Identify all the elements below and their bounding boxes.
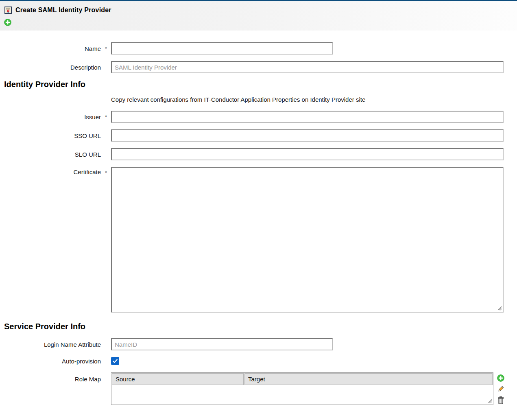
role-map-column-source[interactable]: Source — [112, 373, 244, 385]
certificate-required-mark: * — [101, 167, 111, 176]
sp-section-title: Service Provider Info — [4, 322, 517, 331]
role-map-body[interactable] — [111, 385, 493, 404]
auto-provision-row: Auto-provision — [0, 357, 517, 365]
edit-pencil-icon — [497, 388, 504, 394]
role-map-edit-button[interactable] — [497, 385, 504, 393]
description-row: Description — [0, 61, 517, 73]
role-map-header: Source Target — [111, 373, 493, 385]
slo-url-input[interactable] — [111, 148, 504, 160]
page-title: Create SAML Identity Provider — [15, 7, 111, 14]
issuer-label: Issuer — [0, 114, 101, 120]
certificate-label: Certificate — [0, 167, 101, 175]
role-map-table[interactable]: Source Target — [111, 372, 493, 405]
sso-url-label: SSO URL — [0, 132, 101, 139]
name-input[interactable] — [111, 42, 333, 55]
certificate-textarea[interactable] — [111, 167, 504, 313]
add-icon — [4, 21, 11, 27]
toolbar — [4, 18, 517, 26]
header-bar: Create SAML Identity Provider — [0, 1, 517, 31]
role-map-label: Role Map — [0, 372, 101, 383]
create-saml-idp-form: Name * Description Identity Provider Inf… — [0, 31, 517, 405]
resize-grip-icon[interactable] — [487, 398, 492, 403]
checkmark-icon — [112, 358, 118, 364]
slo-url-row: SLO URL — [0, 148, 517, 160]
role-map-column-target[interactable]: Target — [244, 373, 493, 385]
certificate-row: Certificate * — [0, 167, 517, 313]
login-name-attribute-row: Login Name Attribute — [0, 338, 517, 350]
auto-provision-label: Auto-provision — [0, 358, 101, 365]
description-input[interactable] — [111, 61, 504, 73]
login-name-attribute-input[interactable] — [111, 338, 333, 350]
role-map-actions — [497, 372, 504, 404]
description-label: Description — [0, 64, 101, 71]
role-map-add-button[interactable] — [497, 374, 504, 382]
sso-url-input[interactable] — [111, 129, 504, 142]
idp-hint-text: Copy relevant configurations from IT-Con… — [111, 96, 517, 103]
name-required-mark: * — [101, 45, 111, 52]
role-map-delete-button[interactable] — [497, 396, 504, 404]
add-icon — [497, 377, 504, 383]
auto-provision-checkbox[interactable] — [111, 357, 119, 365]
resize-grip-icon[interactable] — [497, 305, 502, 311]
title-row: Create SAML Identity Provider — [4, 5, 517, 15]
issuer-row: Issuer * — [0, 111, 517, 123]
add-button[interactable] — [4, 19, 11, 26]
name-label: Name — [0, 45, 101, 52]
certificate-icon — [4, 6, 12, 14]
sso-url-row: SSO URL — [0, 129, 517, 142]
name-row: Name * — [0, 42, 517, 55]
slo-url-label: SLO URL — [0, 151, 101, 158]
issuer-required-mark: * — [101, 114, 111, 120]
role-map-row: Role Map Source Target — [0, 372, 517, 405]
idp-section-title: Identity Provider Info — [4, 80, 517, 89]
login-name-attribute-label: Login Name Attribute — [0, 341, 101, 348]
delete-trash-icon — [497, 399, 504, 405]
issuer-input[interactable] — [111, 111, 504, 123]
